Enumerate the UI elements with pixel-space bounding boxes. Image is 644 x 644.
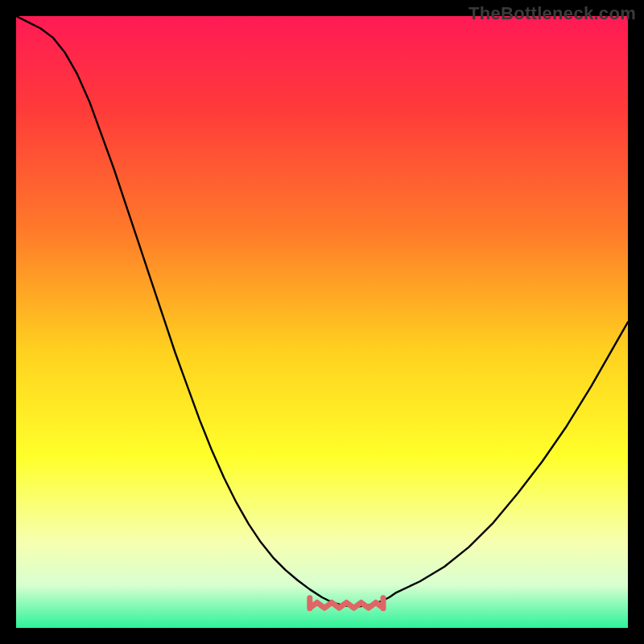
- gradient-background: [16, 16, 628, 628]
- watermark-text: TheBottleneck.com: [469, 3, 636, 24]
- plot-area: [16, 16, 628, 628]
- plot-svg: [16, 16, 628, 628]
- chart-frame: TheBottleneck.com: [0, 0, 644, 644]
